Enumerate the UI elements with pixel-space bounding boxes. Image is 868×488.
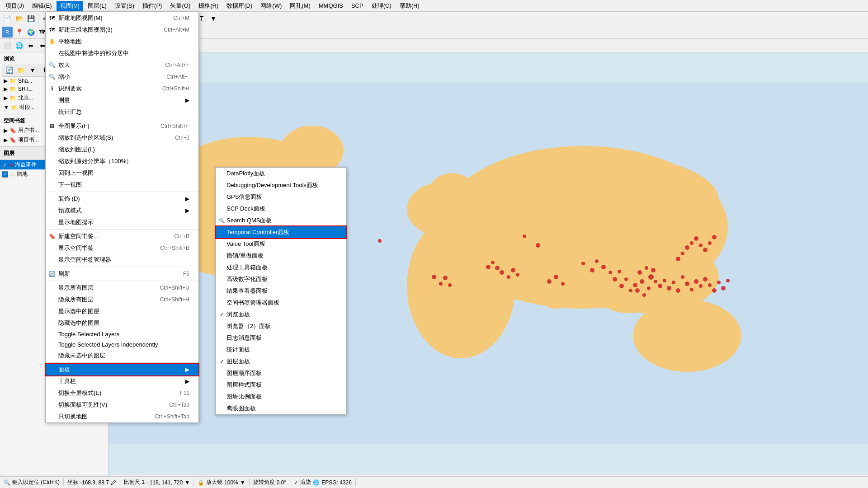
submenu-overview[interactable]: 鹰眼图面板 bbox=[216, 403, 346, 414]
submenu-browser[interactable]: ✓ 浏览面板 bbox=[216, 309, 346, 320]
svg-point-56 bbox=[507, 275, 510, 279]
layer-land-checkbox[interactable]: ✓ bbox=[2, 171, 8, 178]
menu-pan[interactable]: ✋ 平移地图 bbox=[46, 36, 198, 47]
menu-fullextent[interactable]: ⊞ 全图显示(F) Ctrl+Shift+F bbox=[46, 120, 198, 132]
menu-identify[interactable]: ℹ 识别要素 Ctrl+Shift+I bbox=[46, 83, 198, 94]
menu-decor[interactable]: 装饰 (D) ▶ bbox=[46, 193, 198, 205]
tb-new[interactable]: 📄 bbox=[2, 13, 13, 24]
menu-preview[interactable]: 预览模式 ▶ bbox=[46, 205, 198, 216]
menu-plugins[interactable]: 插件(P) bbox=[139, 1, 165, 11]
menu-zoomin[interactable]: 🔍 放大 Ctrl+Alt++ bbox=[46, 59, 198, 71]
menu-hidesellay[interactable]: 隐藏选中的图层 bbox=[46, 317, 198, 329]
menu-togglepanel[interactable]: 切换面板可见性(V) Ctrl+Tab bbox=[46, 399, 198, 411]
menu-zoomlayer[interactable]: 缩放到图层(L) bbox=[46, 144, 198, 155]
submenu-label-layerstyle: 图层样式面板 bbox=[226, 381, 262, 389]
tb-dropdown[interactable]: ▼ bbox=[208, 13, 219, 24]
location-input[interactable]: 🔍 键入以定位 (Ctrl+K) bbox=[4, 479, 64, 486]
menu-view[interactable]: 视图(V) bbox=[57, 1, 83, 11]
menu-prevview[interactable]: 回到上一视图 bbox=[46, 167, 198, 179]
svg-point-57 bbox=[511, 268, 515, 272]
menu-panels[interactable]: 面板 ▶ bbox=[46, 364, 198, 375]
menu-stats[interactable]: 统计汇总 bbox=[46, 106, 198, 118]
menu-newbookmark[interactable]: 🔖 新建空间书签... Ctrl+B bbox=[46, 230, 198, 242]
location-label: 键入以定位 (Ctrl+K) bbox=[12, 479, 60, 486]
menu-showalllay[interactable]: 显示所有图层 Ctrl+Shift+U bbox=[46, 282, 198, 294]
menu-center[interactable]: 在视图中将选中的部分居中 bbox=[46, 47, 198, 59]
menu-fullscreen[interactable]: 切换全屏模式(E) F11 bbox=[46, 387, 198, 399]
menu-toolbars[interactable]: 工具栏 ▶ bbox=[46, 375, 198, 387]
menu-nextview[interactable]: 下一视图 bbox=[46, 179, 198, 191]
submenu-spatialbookmarks[interactable]: 空间书签管理器面板 bbox=[216, 297, 346, 309]
tb-r1[interactable]: R bbox=[2, 27, 13, 38]
submenu-scpdock[interactable]: SCP Dock面板 bbox=[216, 203, 346, 215]
menu-web[interactable]: 网络(W) bbox=[257, 1, 285, 11]
hideunsel-icon bbox=[48, 352, 56, 359]
browser-tb3[interactable]: ▼ bbox=[27, 65, 38, 75]
menu-layer[interactable]: 图层(L) bbox=[84, 1, 110, 11]
menu-showsellay[interactable]: 显示选中的图层 bbox=[46, 305, 198, 317]
menu-bookmarkmgr[interactable]: 显示空间书签管理器 bbox=[46, 254, 198, 266]
tb-r2[interactable]: 📍 bbox=[14, 27, 24, 38]
menu-measure[interactable]: 测量 ▶ bbox=[46, 94, 198, 106]
menu-database[interactable]: 数据库(D) bbox=[223, 1, 256, 11]
menu-edit[interactable]: 编辑(E) bbox=[28, 1, 55, 11]
menu-raster[interactable]: 栅格(R) bbox=[195, 1, 222, 11]
menu-mesh[interactable]: 网孔(M) bbox=[286, 1, 314, 11]
submenu-log[interactable]: 日志消息面板 bbox=[216, 332, 346, 344]
submenu-temporal[interactable]: Temporal Controller面板 bbox=[216, 226, 346, 238]
browser-tb1[interactable]: 🔄 bbox=[4, 65, 14, 75]
menu-mmqgis[interactable]: MMQGIS bbox=[315, 1, 347, 10]
menu-project[interactable]: 项目(J) bbox=[2, 1, 28, 11]
menu-showbookmark[interactable]: 显示空间书签 Ctrl+Shift+B bbox=[46, 242, 198, 254]
layer-pirates-checkbox[interactable]: ✓ bbox=[2, 162, 8, 168]
menu-zoomsel[interactable]: 缩放到选中的区域(S) Ctrl+J bbox=[46, 132, 198, 144]
tb-s2[interactable]: 🌐 bbox=[14, 40, 24, 51]
menu-panels-label: 面板 bbox=[58, 366, 70, 374]
menu-help[interactable]: 帮助(H) bbox=[396, 1, 423, 11]
submenu-dataplotly[interactable]: DataPlotly面板 bbox=[216, 168, 346, 179]
submenu-advanced-digit[interactable]: 高级数字化面板 bbox=[216, 273, 346, 285]
togglepanel-icon bbox=[48, 401, 56, 408]
menu-refresh[interactable]: 🔄 刷新 F5 bbox=[46, 268, 198, 280]
menu-new-map[interactable]: 🗺 新建地图视图(M) Ctrl+M bbox=[46, 12, 198, 24]
render-checkbox[interactable]: ✓ bbox=[294, 479, 298, 486]
menu-settings[interactable]: 设置(S) bbox=[111, 1, 138, 11]
submenu-searchqms[interactable]: 🔍 Search QMS面板 bbox=[216, 215, 346, 226]
submenu-processing[interactable]: 处理工具箱面板 bbox=[216, 262, 346, 273]
submenu-debugging[interactable]: Debugging/Development Tools面板 bbox=[216, 179, 346, 191]
menu-scp[interactable]: SCP bbox=[348, 1, 367, 10]
menu-new-3d[interactable]: 🗺 新建三维地图视图(3) Ctrl+Alt+M bbox=[46, 24, 198, 36]
tb-s3[interactable]: ⬅ bbox=[25, 40, 36, 51]
tb-open[interactable]: 📂 bbox=[14, 13, 24, 24]
menu-hideunsel[interactable]: 隐藏未选中的图层 bbox=[46, 350, 198, 361]
submenu-tilescale[interactable]: 图块比例面板 bbox=[216, 391, 346, 403]
submenu-gps[interactable]: GPS信息面板 bbox=[216, 191, 346, 203]
menu-togglesellay-label: Toggle Selected Layers bbox=[58, 331, 119, 338]
submenu-valuetool[interactable]: Value Tool面板 bbox=[216, 238, 346, 250]
menu-maptip[interactable]: 显示地图提示 bbox=[46, 216, 198, 228]
svg-point-46 bbox=[676, 257, 680, 261]
browser-item-label: Sha... bbox=[18, 78, 32, 84]
submenu-undoredo[interactable]: 撤销/重做面板 bbox=[216, 250, 346, 262]
menu-processing[interactable]: 处理(C) bbox=[368, 1, 395, 11]
menu-zoomout[interactable]: 🔍 缩小 Ctrl+Alt+- bbox=[46, 71, 198, 83]
submenu-layerstyle[interactable]: 图层样式面板 bbox=[216, 379, 346, 391]
submenu-label-temporal: Temporal Controller面板 bbox=[226, 228, 289, 236]
menu-hidealllay[interactable]: 隐藏所有图层 Ctrl+Shift+H bbox=[46, 294, 198, 305]
menu-vector[interactable]: 矢量(O) bbox=[166, 1, 194, 11]
tb-s1[interactable]: ⬜ bbox=[2, 40, 13, 51]
tb-r3[interactable]: 🌍 bbox=[25, 27, 36, 38]
menu-togglesellay[interactable]: Toggle Selected Layers bbox=[46, 329, 198, 339]
submenu-layers[interactable]: ✓ 图层面板 bbox=[216, 356, 346, 367]
menu-togglesellayindep[interactable]: Toggle Selected Layers Independently bbox=[46, 339, 198, 350]
browser-tb2[interactable]: 📁 bbox=[15, 65, 26, 75]
submenu-stats[interactable]: 统计面板 bbox=[216, 344, 346, 356]
submenu-layerorder[interactable]: 图层顺序面板 bbox=[216, 367, 346, 379]
tb-save[interactable]: 💾 bbox=[25, 13, 36, 24]
submenu-browser2[interactable]: 浏览器（2）面板 bbox=[216, 320, 346, 332]
menu-zoomnative[interactable]: 缩放到原始分辨率（100%） bbox=[46, 155, 198, 167]
submenu-results[interactable]: 结果查看器面板 bbox=[216, 285, 346, 297]
lock-field: 🔒 放大镜 100% ▼ bbox=[198, 479, 250, 486]
shortcut-zoomout: Ctrl+Alt+- bbox=[157, 74, 189, 80]
menu-onlymap[interactable]: 只切换地图 Ctrl+Shift+Tab bbox=[46, 411, 198, 422]
